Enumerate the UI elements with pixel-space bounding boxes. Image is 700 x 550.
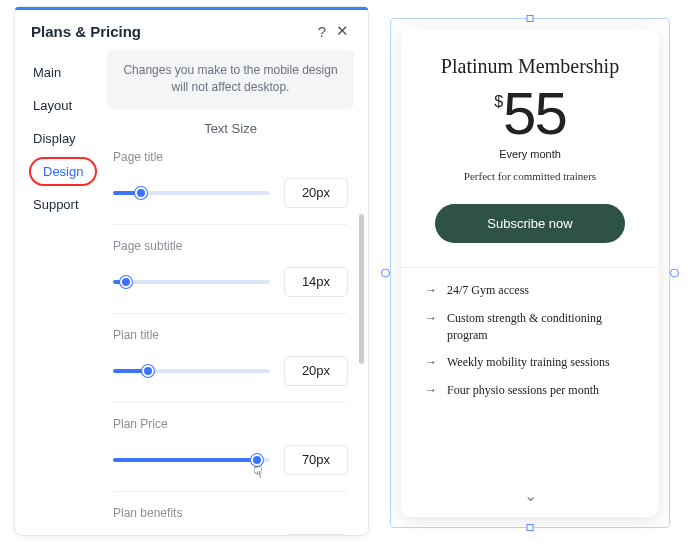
- benefit-text: 24/7 Gym access: [447, 282, 529, 299]
- slider-track[interactable]: [113, 458, 270, 462]
- slider-plan-price: Plan Price 70px ☟: [113, 417, 348, 475]
- slider-label: Page subtitle: [113, 239, 348, 253]
- slider-thumb[interactable]: [251, 454, 263, 466]
- tab-display[interactable]: Display: [15, 122, 107, 155]
- slider-page-title: Page title 20px: [113, 150, 348, 208]
- slider-track[interactable]: [113, 280, 270, 284]
- section-title: Text Size: [107, 121, 354, 136]
- tab-main[interactable]: Main: [15, 56, 107, 89]
- currency-symbol: $: [494, 94, 503, 110]
- slider-value-input[interactable]: 70px: [284, 445, 348, 475]
- plan-subtitle: Perfect for committed trainers: [421, 170, 639, 182]
- scrollbar-thumb[interactable]: [359, 214, 364, 364]
- resize-handle-right[interactable]: [670, 269, 679, 278]
- subscribe-button[interactable]: Subscribe now: [435, 204, 625, 243]
- slider-thumb[interactable]: [135, 187, 147, 199]
- slider-value-input[interactable]: 14px: [284, 534, 348, 535]
- benefit-text: Weekly mobility training sessions: [447, 354, 610, 371]
- slider-label: Plan title: [113, 328, 348, 342]
- plan-preview-card: Platinum Membership $55 Every month Perf…: [401, 29, 659, 517]
- plan-period: Every month: [421, 148, 639, 160]
- list-item: →24/7 Gym access: [425, 282, 635, 299]
- preview-selection[interactable]: Platinum Membership $55 Every month Perf…: [390, 18, 670, 528]
- help-icon[interactable]: ?: [312, 23, 332, 40]
- slider-plan-benefits: Plan benefits 14px: [113, 506, 348, 535]
- resize-handle-top[interactable]: [527, 15, 534, 22]
- mobile-notice: Changes you make to the mobile design wi…: [107, 50, 354, 109]
- slider-label: Plan Price: [113, 417, 348, 431]
- list-item: →Custom strength & conditioning program: [425, 310, 635, 344]
- content-area: Changes you make to the mobile design wi…: [107, 50, 368, 535]
- arrow-right-icon: →: [425, 354, 437, 371]
- resize-handle-left[interactable]: [381, 269, 390, 278]
- list-item: →Weekly mobility training sessions: [425, 354, 635, 371]
- slider-value-input[interactable]: 14px: [284, 267, 348, 297]
- plan-price: 55: [503, 80, 566, 147]
- slider-label: Plan benefits: [113, 506, 348, 520]
- benefit-text: Four physio sessions per month: [447, 382, 599, 399]
- chevron-down-icon[interactable]: ⌄: [421, 486, 639, 505]
- divider: [113, 402, 348, 403]
- scrollbar[interactable]: [359, 128, 364, 468]
- divider: [113, 491, 348, 492]
- slider-thumb[interactable]: [120, 276, 132, 288]
- benefits-list: →24/7 Gym access →Custom strength & cond…: [421, 282, 639, 410]
- arrow-right-icon: →: [425, 310, 437, 344]
- slider-value-input[interactable]: 20px: [284, 356, 348, 386]
- benefit-text: Custom strength & conditioning program: [447, 310, 635, 344]
- slider-label: Page title: [113, 150, 348, 164]
- panel-header: Plans & Pricing ? ✕: [15, 10, 368, 50]
- plan-price-row: $55: [421, 84, 639, 144]
- tab-support[interactable]: Support: [15, 188, 107, 221]
- card-divider: [401, 267, 659, 268]
- slider-track[interactable]: [113, 369, 270, 373]
- divider: [113, 224, 348, 225]
- slider-value-input[interactable]: 20px: [284, 178, 348, 208]
- slider-track[interactable]: [113, 191, 270, 195]
- settings-panel: Plans & Pricing ? ✕ Main Layout Display …: [14, 6, 369, 536]
- tab-design[interactable]: Design: [29, 157, 97, 186]
- panel-title: Plans & Pricing: [31, 23, 312, 40]
- list-item: →Four physio sessions per month: [425, 382, 635, 399]
- arrow-right-icon: →: [425, 282, 437, 299]
- tabs-list: Main Layout Display Design Support: [15, 50, 107, 535]
- slider-thumb[interactable]: [142, 365, 154, 377]
- resize-handle-bottom[interactable]: [527, 524, 534, 531]
- plan-title: Platinum Membership: [421, 55, 639, 78]
- slider-plan-title: Plan title 20px: [113, 328, 348, 386]
- divider: [113, 313, 348, 314]
- slider-page-subtitle: Page subtitle 14px: [113, 239, 348, 297]
- tab-layout[interactable]: Layout: [15, 89, 107, 122]
- arrow-right-icon: →: [425, 382, 437, 399]
- close-icon[interactable]: ✕: [332, 22, 352, 40]
